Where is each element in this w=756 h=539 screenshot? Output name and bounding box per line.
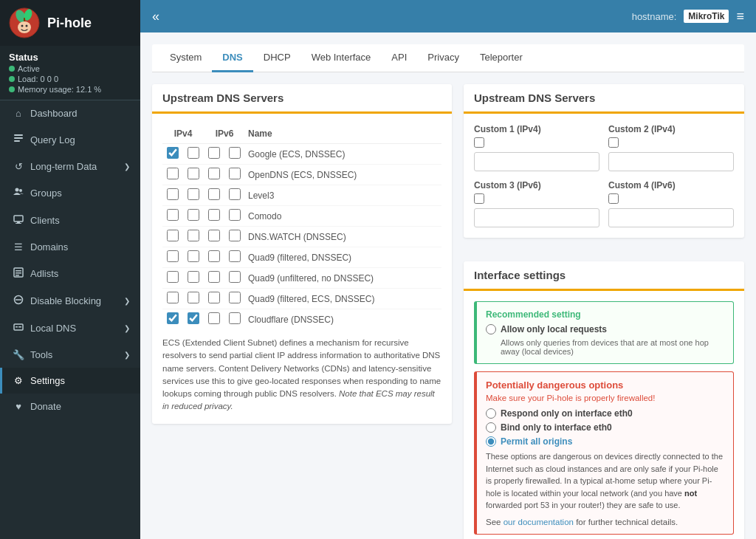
dns-ipv6-1-checkbox[interactable] [208,230,220,241]
doc-link[interactable]: our documentation [504,518,574,526]
checkbox-ipv4-1[interactable] [162,309,183,330]
dns-ipv6-1-checkbox[interactable] [208,292,220,303]
checkbox-ipv6-1[interactable] [204,206,224,227]
checkbox-ipv4-1[interactable] [162,227,183,247]
dns-ipv6-2-checkbox[interactable] [229,271,241,283]
checkbox-ipv4-2[interactable] [183,144,204,165]
checkbox-ipv4-2[interactable] [183,289,204,309]
sidebar-item-dashboard[interactable]: ⌂ Dashboard [0,100,140,126]
dns-ipv4-1-checkbox[interactable] [167,312,179,324]
dns-ipv4-1-checkbox[interactable] [167,147,179,159]
custom2-input[interactable] [608,152,734,171]
dns-ipv6-2-checkbox[interactable] [229,250,241,262]
custom3-input[interactable] [474,208,599,227]
custom1-checkbox[interactable] [474,137,484,148]
dns-ipv4-2-checkbox[interactable] [188,271,199,283]
checkbox-ipv4-1[interactable] [162,289,183,309]
checkbox-ipv4-2[interactable] [183,227,204,247]
sidebar-item-disable-blocking[interactable]: Disable Blocking ❯ [0,287,140,315]
dns-ipv6-2-checkbox[interactable] [229,312,241,324]
eth0-bind-radio[interactable] [486,422,496,433]
dns-ipv4-2-checkbox[interactable] [188,250,199,262]
dns-ipv6-2-checkbox[interactable] [229,188,241,200]
permit-all-radio[interactable] [486,436,496,447]
checkbox-ipv6-2[interactable] [224,227,245,247]
custom2-checkbox[interactable] [608,137,619,148]
dns-ipv4-2-checkbox[interactable] [188,209,199,221]
checkbox-ipv4-1[interactable] [162,206,183,227]
dns-ipv6-1-checkbox[interactable] [208,147,220,159]
dns-ipv6-1-checkbox[interactable] [208,168,220,179]
dns-ipv4-2-checkbox[interactable] [188,230,199,241]
allow-local-radio[interactable] [486,324,496,334]
checkbox-ipv6-1[interactable] [204,289,224,309]
sidebar-toggle-icon[interactable]: « [152,9,159,24]
dns-ipv4-1-checkbox[interactable] [167,271,179,283]
checkbox-ipv6-1[interactable] [204,309,224,330]
checkbox-ipv4-2[interactable] [183,165,204,185]
dns-ipv4-2-checkbox[interactable] [188,147,199,159]
sidebar-item-groups[interactable]: Groups [0,179,140,207]
custom3-checkbox[interactable] [474,193,484,204]
dns-ipv4-2-checkbox[interactable] [188,188,199,200]
checkbox-ipv4-1[interactable] [162,165,183,185]
custom4-input[interactable] [608,208,734,227]
sidebar-item-long-term-data[interactable]: ↺ Long-term Data ❯ [0,154,140,179]
dns-ipv6-1-checkbox[interactable] [208,209,220,221]
checkbox-ipv6-2[interactable] [224,268,245,289]
sidebar-item-local-dns[interactable]: Local DNS ❯ [0,315,140,342]
dns-ipv4-1-checkbox[interactable] [167,292,179,303]
dns-ipv6-2-checkbox[interactable] [229,230,241,241]
dns-ipv4-2-checkbox[interactable] [188,168,199,179]
checkbox-ipv4-2[interactable] [183,247,204,268]
checkbox-ipv4-2[interactable] [183,185,204,206]
dns-ipv4-1-checkbox[interactable] [167,168,179,179]
dns-ipv6-1-checkbox[interactable] [208,271,220,283]
sidebar-item-adlists[interactable]: Adlists [0,260,140,287]
dns-ipv4-1-checkbox[interactable] [167,188,179,200]
tab-teleporter[interactable]: Teleporter [470,44,533,72]
dns-ipv6-2-checkbox[interactable] [229,147,241,159]
checkbox-ipv6-2[interactable] [224,247,245,268]
checkbox-ipv6-2[interactable] [224,289,245,309]
checkbox-ipv4-1[interactable] [162,185,183,206]
checkbox-ipv6-1[interactable] [204,227,224,247]
checkbox-ipv6-1[interactable] [204,144,224,165]
sidebar-item-clients[interactable]: Clients [0,207,140,234]
checkbox-ipv4-2[interactable] [183,268,204,289]
dns-ipv6-1-checkbox[interactable] [208,188,220,200]
dns-ipv6-2-checkbox[interactable] [229,168,241,179]
checkbox-ipv4-1[interactable] [162,144,183,165]
dns-ipv6-1-checkbox[interactable] [208,312,220,324]
checkbox-ipv6-2[interactable] [224,309,245,330]
sidebar-item-donate[interactable]: ♥ Donate [0,394,140,419]
dns-ipv4-1-checkbox[interactable] [167,250,179,262]
checkbox-ipv6-2[interactable] [224,165,245,185]
checkbox-ipv4-1[interactable] [162,268,183,289]
dns-ipv4-1-checkbox[interactable] [167,209,179,221]
checkbox-ipv6-1[interactable] [204,165,224,185]
hamburger-icon[interactable]: ≡ [736,9,744,24]
checkbox-ipv4-2[interactable] [183,206,204,227]
checkbox-ipv6-1[interactable] [204,268,224,289]
checkbox-ipv4-2[interactable] [183,309,204,330]
dns-ipv4-2-checkbox[interactable] [188,292,199,303]
tab-web-interface[interactable]: Web Interface [301,44,382,72]
dns-ipv4-2-checkbox[interactable] [188,312,199,324]
tab-dns[interactable]: DNS [212,44,252,72]
eth0-respond-radio[interactable] [486,408,496,419]
tab-system[interactable]: System [159,44,212,72]
dns-ipv6-1-checkbox[interactable] [208,250,220,262]
sidebar-item-settings[interactable]: ⚙ Settings [0,368,140,394]
dns-ipv6-2-checkbox[interactable] [229,209,241,221]
custom1-input[interactable] [474,152,599,171]
checkbox-ipv6-1[interactable] [204,247,224,268]
sidebar-item-query-log[interactable]: Query Log [0,126,140,154]
tab-privacy[interactable]: Privacy [417,44,470,72]
checkbox-ipv6-2[interactable] [224,185,245,206]
checkbox-ipv6-1[interactable] [204,185,224,206]
checkbox-ipv6-2[interactable] [224,144,245,165]
dns-ipv6-2-checkbox[interactable] [229,292,241,303]
tab-api[interactable]: API [381,44,417,72]
sidebar-item-tools[interactable]: 🔧 Tools ❯ [0,342,140,368]
